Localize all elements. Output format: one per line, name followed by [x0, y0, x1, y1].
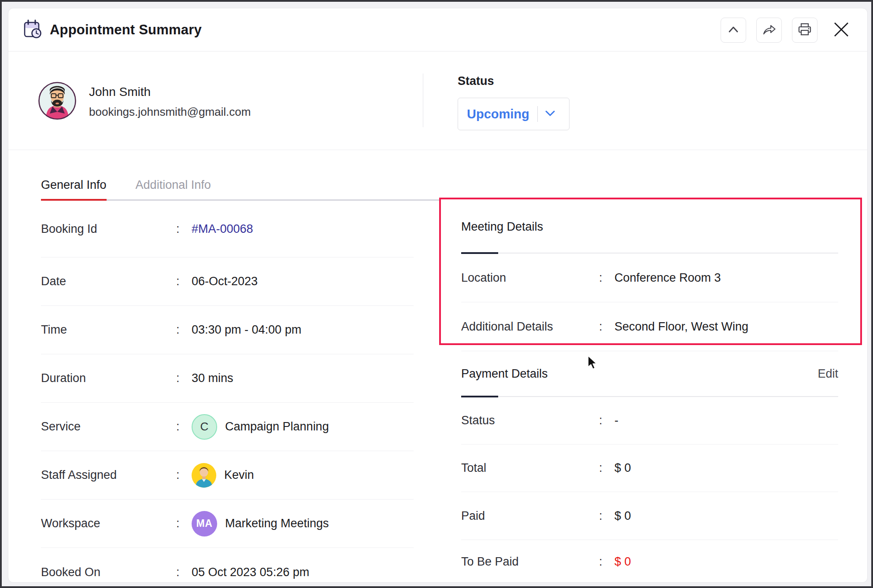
table-row-staff: Staff Assigned [41, 451, 414, 500]
customer-email: bookings.johnsmith@gmail.com [89, 105, 251, 119]
status-dropdown[interactable]: Upcoming [458, 98, 570, 130]
staff-name: Kevin [224, 468, 254, 482]
row-value: $ 0 [614, 461, 631, 475]
colon-separator [599, 461, 614, 475]
service-name: Campaign Planning [225, 420, 329, 434]
dropdown-separator [537, 106, 538, 122]
calendar-clock-icon [23, 19, 42, 41]
row-label: Additional Details [461, 320, 599, 334]
colon-separator [176, 371, 192, 385]
table-row-service: Service C Campaign Planning [41, 403, 414, 451]
colon-separator [176, 323, 192, 337]
colon-separator [176, 275, 192, 288]
row-value: 05 Oct 2023 05:26 pm [192, 566, 309, 579]
row-label: Time [41, 323, 176, 337]
table-row-date: Date 06-Oct-2023 [41, 257, 414, 306]
colon-separator [599, 509, 614, 523]
printer-icon [798, 23, 812, 38]
row-label: Staff Assigned [41, 468, 176, 482]
close-icon [833, 21, 850, 40]
service-initial-badge: C [192, 414, 217, 440]
row-label: Workspace [41, 517, 176, 530]
payment-details-heading: Payment Details Edit [461, 351, 838, 397]
chevron-down-icon [545, 110, 555, 119]
table-row-workspace: Workspace MA Marketing Meetings [41, 500, 414, 548]
share-arrow-icon [762, 23, 777, 37]
section-title: Payment Details [461, 367, 548, 381]
share-button[interactable] [756, 18, 782, 43]
table-row-total: Total $ 0 [461, 445, 838, 492]
table-row-booking-id: Booking Id #MA-00068 [41, 201, 414, 257]
table-row-additional-details: Additional Details Second Floor, West Wi… [461, 302, 838, 351]
row-value: - [614, 414, 618, 427]
table-row-time: Time 03:30 pm - 04:00 pm [41, 306, 414, 354]
screenshot-frame: Appointment Summary [0, 0, 873, 588]
table-row-payment-status: Status - [461, 397, 838, 445]
row-value: MA Marketing Meetings [192, 511, 329, 537]
tab-general-info[interactable]: General Info [41, 178, 107, 201]
row-value: Second Floor, West Wing [614, 320, 748, 334]
print-button[interactable] [792, 18, 818, 43]
row-value: $ 0 [614, 509, 631, 523]
colon-separator [176, 420, 192, 434]
row-value: 30 mins [192, 371, 233, 385]
colon-separator [599, 271, 614, 285]
row-value: 06-Oct-2023 [192, 275, 258, 288]
booking-id-link[interactable]: #MA-00068 [192, 222, 253, 236]
status-label: Status [458, 74, 570, 88]
row-value: Conference Room 3 [614, 271, 721, 285]
status-value: Upcoming [467, 107, 529, 121]
row-label: Booked On [41, 566, 176, 579]
row-label: Total [461, 461, 599, 475]
meeting-details-heading: Meeting Details [461, 201, 838, 254]
colon-separator [599, 414, 614, 427]
row-label: Duration [41, 371, 176, 385]
details-panel: Meeting Details Location Conference Room… [461, 201, 838, 583]
staff-avatar [192, 463, 216, 488]
row-label: Service [41, 420, 176, 434]
colon-separator [176, 222, 192, 236]
vertical-divider [423, 74, 423, 127]
customer-name: John Smith [89, 85, 251, 99]
row-value: $ 0 [614, 555, 631, 569]
tab-bar: General Info Additional Info [41, 178, 211, 201]
colon-separator [176, 517, 192, 530]
section-divider [8, 150, 867, 150]
general-info-panel: Booking Id #MA-00068 Date 06-Oct-2023 Ti… [41, 201, 414, 583]
workspace-initials-badge: MA [192, 511, 217, 537]
tab-additional-info[interactable]: Additional Info [136, 178, 211, 201]
colon-separator [599, 555, 614, 569]
customer-block: John Smith bookings.johnsmith@gmail.com [38, 81, 251, 122]
row-label: Booking Id [41, 222, 176, 236]
colon-separator [599, 320, 614, 334]
appointment-summary-modal: Appointment Summary [8, 8, 868, 583]
customer-avatar [38, 81, 77, 122]
section-title: Meeting Details [461, 220, 543, 234]
row-label: Paid [461, 509, 599, 523]
row-value: Kevin [192, 463, 254, 488]
modal-header: Appointment Summary [8, 8, 867, 51]
chevron-up-icon [726, 24, 740, 37]
row-label: Status [461, 414, 599, 427]
close-button[interactable] [831, 18, 851, 43]
table-row-duration: Duration 30 mins [41, 354, 414, 403]
row-value: 03:30 pm - 04:00 pm [192, 323, 301, 337]
colon-separator [176, 468, 192, 482]
table-row-booked-on: Booked On 05 Oct 2023 05:26 pm [41, 548, 414, 583]
table-row-to-be-paid: To Be Paid $ 0 [461, 540, 838, 583]
edit-payment-link[interactable]: Edit [818, 367, 838, 381]
workspace-name: Marketing Meetings [225, 517, 329, 530]
row-label: To Be Paid [461, 555, 599, 569]
row-label: Location [461, 271, 599, 285]
colon-separator [176, 566, 192, 579]
row-label: Date [41, 275, 176, 288]
collapse-button[interactable] [721, 18, 746, 43]
table-row-location: Location Conference Room 3 [461, 254, 838, 302]
row-value: C Campaign Planning [192, 414, 329, 440]
page-title: Appointment Summary [50, 22, 202, 38]
table-row-paid: Paid $ 0 [461, 492, 838, 540]
